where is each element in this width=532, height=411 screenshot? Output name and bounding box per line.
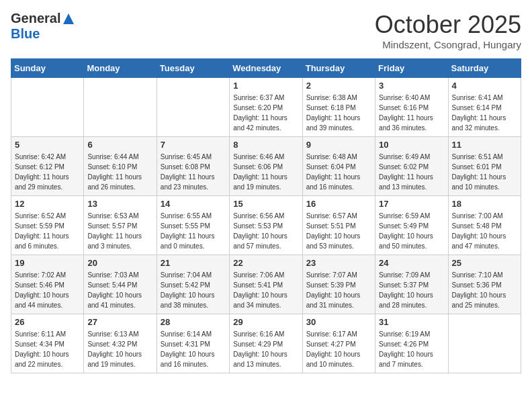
day-cell: 10Sunrise: 6:49 AMSunset: 6:02 PMDayligh… bbox=[375, 137, 448, 196]
day-info: Sunrise: 6:40 AMSunset: 6:16 PMDaylight:… bbox=[379, 93, 444, 133]
day-number: 13 bbox=[87, 199, 152, 209]
month-title: October 2025 bbox=[375, 11, 521, 39]
day-cell: 21Sunrise: 7:04 AMSunset: 5:42 PMDayligh… bbox=[157, 255, 229, 314]
day-info: Sunrise: 6:49 AMSunset: 6:02 PMDaylight:… bbox=[379, 152, 444, 192]
day-number: 19 bbox=[15, 258, 80, 268]
day-number: 21 bbox=[161, 258, 226, 268]
day-info: Sunrise: 7:02 AMSunset: 5:46 PMDaylight:… bbox=[15, 270, 80, 310]
day-cell bbox=[84, 78, 157, 137]
day-cell: 18Sunrise: 7:00 AMSunset: 5:48 PMDayligh… bbox=[448, 196, 521, 255]
day-info: Sunrise: 7:03 AMSunset: 5:44 PMDaylight:… bbox=[87, 270, 152, 310]
week-row-1: 1Sunrise: 6:37 AMSunset: 6:20 PMDaylight… bbox=[11, 78, 521, 137]
day-number: 1 bbox=[233, 81, 298, 91]
logo-icon bbox=[62, 12, 75, 26]
day-cell: 15Sunrise: 6:56 AMSunset: 5:53 PMDayligh… bbox=[230, 196, 302, 255]
day-cell: 4Sunrise: 6:41 AMSunset: 6:14 PMDaylight… bbox=[448, 78, 521, 137]
header-thursday: Thursday bbox=[302, 59, 375, 78]
day-number: 16 bbox=[306, 199, 371, 209]
day-cell: 12Sunrise: 6:52 AMSunset: 5:59 PMDayligh… bbox=[11, 196, 84, 255]
day-cell: 16Sunrise: 6:57 AMSunset: 5:51 PMDayligh… bbox=[302, 196, 375, 255]
day-number: 20 bbox=[87, 258, 152, 268]
day-cell: 3Sunrise: 6:40 AMSunset: 6:16 PMDaylight… bbox=[375, 78, 448, 137]
day-info: Sunrise: 7:07 AMSunset: 5:39 PMDaylight:… bbox=[306, 270, 371, 310]
day-cell: 23Sunrise: 7:07 AMSunset: 5:39 PMDayligh… bbox=[302, 255, 375, 314]
day-number: 23 bbox=[306, 258, 371, 268]
day-info: Sunrise: 6:57 AMSunset: 5:51 PMDaylight:… bbox=[306, 211, 371, 251]
day-number: 30 bbox=[306, 317, 371, 327]
day-cell: 19Sunrise: 7:02 AMSunset: 5:46 PMDayligh… bbox=[11, 255, 84, 314]
day-info: Sunrise: 6:59 AMSunset: 5:49 PMDaylight:… bbox=[379, 211, 444, 251]
day-number: 10 bbox=[379, 140, 444, 150]
day-info: Sunrise: 6:48 AMSunset: 6:04 PMDaylight:… bbox=[306, 152, 371, 192]
day-info: Sunrise: 6:41 AMSunset: 6:14 PMDaylight:… bbox=[452, 93, 517, 133]
day-number: 28 bbox=[161, 317, 226, 327]
header-saturday: Saturday bbox=[448, 59, 521, 78]
page-header: General Blue October 2025 Mindszent, Cso… bbox=[11, 11, 521, 50]
day-number: 27 bbox=[87, 317, 152, 327]
day-cell: 2Sunrise: 6:38 AMSunset: 6:18 PMDaylight… bbox=[302, 78, 375, 137]
day-number: 24 bbox=[379, 258, 444, 268]
day-cell: 25Sunrise: 7:10 AMSunset: 5:36 PMDayligh… bbox=[448, 255, 521, 314]
day-number: 9 bbox=[306, 140, 371, 150]
day-cell: 31Sunrise: 6:19 AMSunset: 4:26 PMDayligh… bbox=[375, 314, 448, 373]
day-cell: 20Sunrise: 7:03 AMSunset: 5:44 PMDayligh… bbox=[84, 255, 157, 314]
header-wednesday: Wednesday bbox=[230, 59, 302, 78]
day-number: 25 bbox=[452, 258, 517, 268]
header-friday: Friday bbox=[375, 59, 448, 78]
day-cell: 26Sunrise: 6:11 AMSunset: 4:34 PMDayligh… bbox=[11, 314, 84, 373]
day-info: Sunrise: 6:11 AMSunset: 4:34 PMDaylight:… bbox=[15, 329, 80, 369]
week-row-5: 26Sunrise: 6:11 AMSunset: 4:34 PMDayligh… bbox=[11, 314, 521, 373]
svg-marker-0 bbox=[63, 13, 74, 24]
logo: General Blue bbox=[11, 11, 75, 42]
day-cell: 8Sunrise: 6:46 AMSunset: 6:06 PMDaylight… bbox=[230, 137, 302, 196]
day-info: Sunrise: 7:06 AMSunset: 5:41 PMDaylight:… bbox=[233, 270, 298, 310]
header-sunday: Sunday bbox=[11, 59, 84, 78]
day-cell: 7Sunrise: 6:45 AMSunset: 6:08 PMDaylight… bbox=[157, 137, 229, 196]
day-number: 26 bbox=[15, 317, 80, 327]
day-info: Sunrise: 6:45 AMSunset: 6:08 PMDaylight:… bbox=[161, 152, 226, 192]
day-info: Sunrise: 7:10 AMSunset: 5:36 PMDaylight:… bbox=[452, 270, 517, 310]
day-cell: 30Sunrise: 6:17 AMSunset: 4:27 PMDayligh… bbox=[302, 314, 375, 373]
day-cell: 22Sunrise: 7:06 AMSunset: 5:41 PMDayligh… bbox=[230, 255, 302, 314]
day-cell: 9Sunrise: 6:48 AMSunset: 6:04 PMDaylight… bbox=[302, 137, 375, 196]
day-cell: 1Sunrise: 6:37 AMSunset: 6:20 PMDaylight… bbox=[230, 78, 302, 137]
day-number: 15 bbox=[233, 199, 298, 209]
day-info: Sunrise: 6:13 AMSunset: 4:32 PMDaylight:… bbox=[87, 329, 152, 369]
calendar-table: SundayMondayTuesdayWednesdayThursdayFrid… bbox=[11, 58, 521, 373]
day-cell: 28Sunrise: 6:14 AMSunset: 4:31 PMDayligh… bbox=[157, 314, 229, 373]
week-row-3: 12Sunrise: 6:52 AMSunset: 5:59 PMDayligh… bbox=[11, 196, 521, 255]
day-cell: 29Sunrise: 6:16 AMSunset: 4:29 PMDayligh… bbox=[230, 314, 302, 373]
day-number: 2 bbox=[306, 81, 371, 91]
day-number: 29 bbox=[233, 317, 298, 327]
day-cell: 6Sunrise: 6:44 AMSunset: 6:10 PMDaylight… bbox=[84, 137, 157, 196]
day-info: Sunrise: 6:19 AMSunset: 4:26 PMDaylight:… bbox=[379, 329, 444, 369]
day-info: Sunrise: 6:17 AMSunset: 4:27 PMDaylight:… bbox=[306, 329, 371, 369]
day-info: Sunrise: 6:56 AMSunset: 5:53 PMDaylight:… bbox=[233, 211, 298, 251]
day-cell: 14Sunrise: 6:55 AMSunset: 5:55 PMDayligh… bbox=[157, 196, 229, 255]
day-cell bbox=[11, 78, 84, 137]
day-info: Sunrise: 7:04 AMSunset: 5:42 PMDaylight:… bbox=[161, 270, 226, 310]
day-info: Sunrise: 6:44 AMSunset: 6:10 PMDaylight:… bbox=[87, 152, 152, 192]
location-title: Mindszent, Csongrad, Hungary bbox=[375, 39, 521, 50]
day-cell: 5Sunrise: 6:42 AMSunset: 6:12 PMDaylight… bbox=[11, 137, 84, 196]
day-info: Sunrise: 6:38 AMSunset: 6:18 PMDaylight:… bbox=[306, 93, 371, 133]
days-header-row: SundayMondayTuesdayWednesdayThursdayFrid… bbox=[11, 59, 521, 78]
logo-general-text: General bbox=[11, 11, 60, 26]
day-number: 12 bbox=[15, 199, 80, 209]
header-monday: Monday bbox=[84, 59, 157, 78]
day-cell bbox=[157, 78, 229, 137]
day-info: Sunrise: 6:42 AMSunset: 6:12 PMDaylight:… bbox=[15, 152, 80, 192]
day-cell: 11Sunrise: 6:51 AMSunset: 6:01 PMDayligh… bbox=[448, 137, 521, 196]
day-number: 11 bbox=[452, 140, 517, 150]
day-info: Sunrise: 6:55 AMSunset: 5:55 PMDaylight:… bbox=[161, 211, 226, 251]
day-info: Sunrise: 6:16 AMSunset: 4:29 PMDaylight:… bbox=[233, 329, 298, 369]
day-cell: 24Sunrise: 7:09 AMSunset: 5:37 PMDayligh… bbox=[375, 255, 448, 314]
day-cell bbox=[448, 314, 521, 373]
title-block: October 2025 Mindszent, Csongrad, Hungar… bbox=[375, 11, 521, 50]
day-info: Sunrise: 6:53 AMSunset: 5:57 PMDaylight:… bbox=[87, 211, 152, 251]
day-number: 8 bbox=[233, 140, 298, 150]
day-info: Sunrise: 7:09 AMSunset: 5:37 PMDaylight:… bbox=[379, 270, 444, 310]
day-number: 6 bbox=[87, 140, 152, 150]
day-number: 18 bbox=[452, 199, 517, 209]
day-number: 17 bbox=[379, 199, 444, 209]
